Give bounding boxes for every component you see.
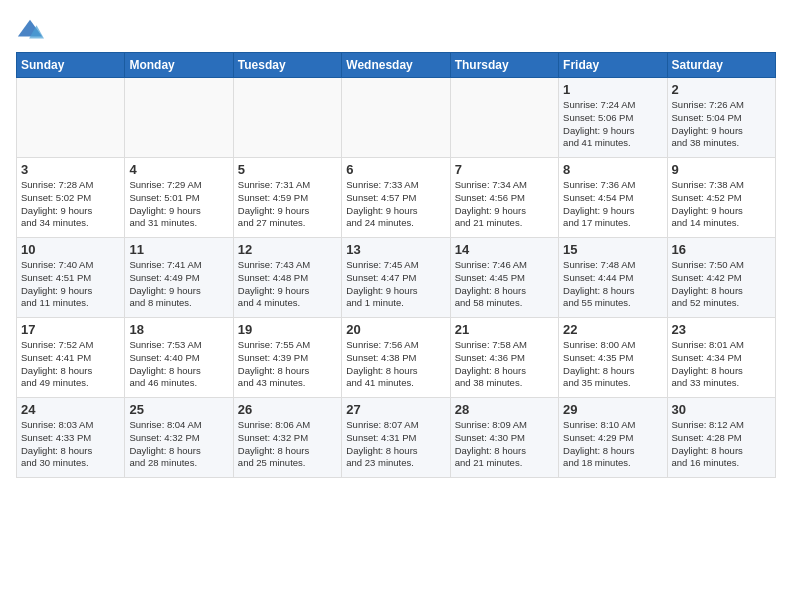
day-number: 13 [346, 242, 445, 257]
day-number: 19 [238, 322, 337, 337]
calendar-cell: 30Sunrise: 8:12 AM Sunset: 4:28 PM Dayli… [667, 398, 775, 478]
calendar-cell: 20Sunrise: 7:56 AM Sunset: 4:38 PM Dayli… [342, 318, 450, 398]
day-info: Sunrise: 8:06 AM Sunset: 4:32 PM Dayligh… [238, 419, 337, 470]
calendar-cell: 27Sunrise: 8:07 AM Sunset: 4:31 PM Dayli… [342, 398, 450, 478]
day-info: Sunrise: 8:03 AM Sunset: 4:33 PM Dayligh… [21, 419, 120, 470]
day-number: 4 [129, 162, 228, 177]
day-number: 9 [672, 162, 771, 177]
day-info: Sunrise: 7:38 AM Sunset: 4:52 PM Dayligh… [672, 179, 771, 230]
day-info: Sunrise: 7:34 AM Sunset: 4:56 PM Dayligh… [455, 179, 554, 230]
day-info: Sunrise: 7:31 AM Sunset: 4:59 PM Dayligh… [238, 179, 337, 230]
day-info: Sunrise: 7:28 AM Sunset: 5:02 PM Dayligh… [21, 179, 120, 230]
calendar-cell [125, 78, 233, 158]
day-info: Sunrise: 8:00 AM Sunset: 4:35 PM Dayligh… [563, 339, 662, 390]
calendar-cell: 15Sunrise: 7:48 AM Sunset: 4:44 PM Dayli… [559, 238, 667, 318]
calendar-cell: 19Sunrise: 7:55 AM Sunset: 4:39 PM Dayli… [233, 318, 341, 398]
day-number: 20 [346, 322, 445, 337]
weekday-header-wednesday: Wednesday [342, 53, 450, 78]
day-info: Sunrise: 7:53 AM Sunset: 4:40 PM Dayligh… [129, 339, 228, 390]
logo [16, 16, 48, 44]
day-info: Sunrise: 7:46 AM Sunset: 4:45 PM Dayligh… [455, 259, 554, 310]
day-info: Sunrise: 8:01 AM Sunset: 4:34 PM Dayligh… [672, 339, 771, 390]
day-info: Sunrise: 7:36 AM Sunset: 4:54 PM Dayligh… [563, 179, 662, 230]
calendar-cell [233, 78, 341, 158]
calendar-cell: 2Sunrise: 7:26 AM Sunset: 5:04 PM Daylig… [667, 78, 775, 158]
weekday-header-tuesday: Tuesday [233, 53, 341, 78]
calendar-cell [342, 78, 450, 158]
calendar-cell: 11Sunrise: 7:41 AM Sunset: 4:49 PM Dayli… [125, 238, 233, 318]
calendar-cell [17, 78, 125, 158]
calendar-cell: 17Sunrise: 7:52 AM Sunset: 4:41 PM Dayli… [17, 318, 125, 398]
calendar-cell: 6Sunrise: 7:33 AM Sunset: 4:57 PM Daylig… [342, 158, 450, 238]
day-number: 18 [129, 322, 228, 337]
weekday-header-monday: Monday [125, 53, 233, 78]
calendar-cell: 8Sunrise: 7:36 AM Sunset: 4:54 PM Daylig… [559, 158, 667, 238]
day-number: 10 [21, 242, 120, 257]
calendar-cell: 13Sunrise: 7:45 AM Sunset: 4:47 PM Dayli… [342, 238, 450, 318]
day-info: Sunrise: 8:04 AM Sunset: 4:32 PM Dayligh… [129, 419, 228, 470]
weekday-row: SundayMondayTuesdayWednesdayThursdayFrid… [17, 53, 776, 78]
day-info: Sunrise: 7:40 AM Sunset: 4:51 PM Dayligh… [21, 259, 120, 310]
day-number: 17 [21, 322, 120, 337]
day-number: 26 [238, 402, 337, 417]
calendar-cell: 23Sunrise: 8:01 AM Sunset: 4:34 PM Dayli… [667, 318, 775, 398]
day-info: Sunrise: 7:48 AM Sunset: 4:44 PM Dayligh… [563, 259, 662, 310]
day-number: 24 [21, 402, 120, 417]
calendar-cell: 14Sunrise: 7:46 AM Sunset: 4:45 PM Dayli… [450, 238, 558, 318]
calendar-cell: 4Sunrise: 7:29 AM Sunset: 5:01 PM Daylig… [125, 158, 233, 238]
calendar-cell: 22Sunrise: 8:00 AM Sunset: 4:35 PM Dayli… [559, 318, 667, 398]
day-number: 28 [455, 402, 554, 417]
day-number: 22 [563, 322, 662, 337]
day-info: Sunrise: 8:09 AM Sunset: 4:30 PM Dayligh… [455, 419, 554, 470]
day-number: 27 [346, 402, 445, 417]
calendar-cell: 28Sunrise: 8:09 AM Sunset: 4:30 PM Dayli… [450, 398, 558, 478]
calendar-cell: 10Sunrise: 7:40 AM Sunset: 4:51 PM Dayli… [17, 238, 125, 318]
day-info: Sunrise: 7:52 AM Sunset: 4:41 PM Dayligh… [21, 339, 120, 390]
day-info: Sunrise: 7:56 AM Sunset: 4:38 PM Dayligh… [346, 339, 445, 390]
weekday-header-sunday: Sunday [17, 53, 125, 78]
week-row-4: 17Sunrise: 7:52 AM Sunset: 4:41 PM Dayli… [17, 318, 776, 398]
calendar-cell: 24Sunrise: 8:03 AM Sunset: 4:33 PM Dayli… [17, 398, 125, 478]
weekday-header-thursday: Thursday [450, 53, 558, 78]
calendar-header: SundayMondayTuesdayWednesdayThursdayFrid… [17, 53, 776, 78]
day-number: 2 [672, 82, 771, 97]
day-number: 1 [563, 82, 662, 97]
day-info: Sunrise: 7:58 AM Sunset: 4:36 PM Dayligh… [455, 339, 554, 390]
calendar-cell: 16Sunrise: 7:50 AM Sunset: 4:42 PM Dayli… [667, 238, 775, 318]
header [16, 16, 776, 44]
day-number: 5 [238, 162, 337, 177]
day-number: 12 [238, 242, 337, 257]
calendar-cell: 26Sunrise: 8:06 AM Sunset: 4:32 PM Dayli… [233, 398, 341, 478]
calendar-cell: 5Sunrise: 7:31 AM Sunset: 4:59 PM Daylig… [233, 158, 341, 238]
day-info: Sunrise: 7:41 AM Sunset: 4:49 PM Dayligh… [129, 259, 228, 310]
day-info: Sunrise: 7:24 AM Sunset: 5:06 PM Dayligh… [563, 99, 662, 150]
weekday-header-saturday: Saturday [667, 53, 775, 78]
day-number: 29 [563, 402, 662, 417]
day-number: 25 [129, 402, 228, 417]
weekday-header-friday: Friday [559, 53, 667, 78]
day-info: Sunrise: 7:43 AM Sunset: 4:48 PM Dayligh… [238, 259, 337, 310]
day-info: Sunrise: 7:45 AM Sunset: 4:47 PM Dayligh… [346, 259, 445, 310]
calendar-cell: 21Sunrise: 7:58 AM Sunset: 4:36 PM Dayli… [450, 318, 558, 398]
day-number: 21 [455, 322, 554, 337]
calendar-cell: 29Sunrise: 8:10 AM Sunset: 4:29 PM Dayli… [559, 398, 667, 478]
calendar-cell: 18Sunrise: 7:53 AM Sunset: 4:40 PM Dayli… [125, 318, 233, 398]
day-number: 11 [129, 242, 228, 257]
day-number: 14 [455, 242, 554, 257]
day-info: Sunrise: 7:55 AM Sunset: 4:39 PM Dayligh… [238, 339, 337, 390]
calendar-cell [450, 78, 558, 158]
day-number: 3 [21, 162, 120, 177]
logo-icon [16, 16, 44, 44]
calendar-cell: 7Sunrise: 7:34 AM Sunset: 4:56 PM Daylig… [450, 158, 558, 238]
day-info: Sunrise: 7:29 AM Sunset: 5:01 PM Dayligh… [129, 179, 228, 230]
week-row-2: 3Sunrise: 7:28 AM Sunset: 5:02 PM Daylig… [17, 158, 776, 238]
day-number: 30 [672, 402, 771, 417]
week-row-1: 1Sunrise: 7:24 AM Sunset: 5:06 PM Daylig… [17, 78, 776, 158]
day-info: Sunrise: 8:12 AM Sunset: 4:28 PM Dayligh… [672, 419, 771, 470]
calendar-table: SundayMondayTuesdayWednesdayThursdayFrid… [16, 52, 776, 478]
day-number: 7 [455, 162, 554, 177]
calendar-cell: 9Sunrise: 7:38 AM Sunset: 4:52 PM Daylig… [667, 158, 775, 238]
day-number: 6 [346, 162, 445, 177]
calendar-cell: 1Sunrise: 7:24 AM Sunset: 5:06 PM Daylig… [559, 78, 667, 158]
day-number: 8 [563, 162, 662, 177]
